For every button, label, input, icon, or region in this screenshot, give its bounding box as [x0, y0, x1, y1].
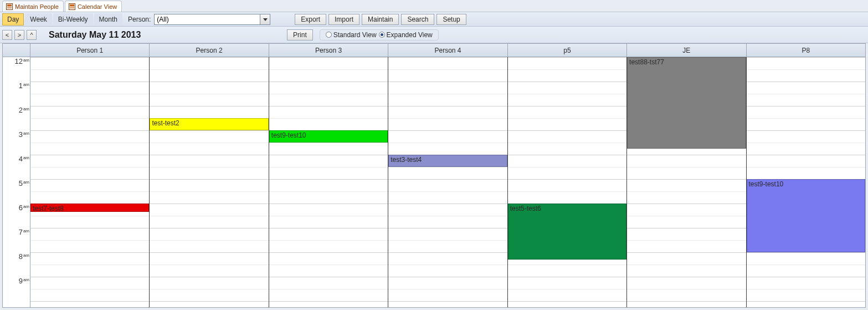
nav-next-button[interactable]: >	[14, 30, 24, 40]
hour-label: 1am	[3, 82, 30, 90]
time-gutter-header	[3, 44, 30, 57]
radio-icon	[326, 32, 332, 38]
calendar-event[interactable]: test5-test6	[508, 204, 626, 260]
grid-column[interactable]: test3-test4	[388, 57, 507, 307]
print-button[interactable]: Print	[287, 29, 313, 40]
hour-label: 2am	[3, 106, 30, 114]
subbar: < > ^ Saturday May 11 2013 Print Standar…	[0, 27, 868, 43]
svg-rect-1	[7, 4, 12, 6]
view-tab-month[interactable]: Month	[94, 13, 122, 26]
grid-columns: test7-test8test-test2test9-test10test3-t…	[30, 57, 865, 307]
search-button[interactable]: Search	[401, 14, 434, 25]
person-label: Person:	[128, 16, 151, 23]
grid-column[interactable]: test9-test10	[747, 57, 865, 307]
export-button[interactable]: Export	[295, 14, 326, 25]
person-combo[interactable]	[154, 14, 270, 25]
hour-label: 4am	[3, 155, 30, 163]
grid-column[interactable]: test5-test6	[508, 57, 627, 307]
hour-label: 9am	[3, 277, 30, 285]
grid-column[interactable]: test88-tst77	[627, 57, 746, 307]
maintain-button[interactable]: Maintain	[362, 14, 399, 25]
tab-maintain-people[interactable]: Maintain People	[2, 1, 64, 12]
column-header[interactable]: JE	[627, 44, 746, 57]
hour-label: 7am	[3, 228, 30, 236]
calendar-event[interactable]: test9-test10	[747, 179, 865, 252]
radio-label: Expanded View	[387, 31, 433, 39]
calendar-event[interactable]: test3-test4	[388, 155, 507, 167]
view-tab-biweekly[interactable]: Bi-Weekly	[53, 13, 93, 26]
svg-rect-7	[70, 8, 74, 8]
column-header[interactable]: Person 4	[388, 44, 507, 57]
setup-button[interactable]: Setup	[436, 14, 466, 25]
nav-prev-button[interactable]: <	[2, 30, 12, 40]
radio-icon	[379, 32, 385, 38]
nav-up-button[interactable]: ^	[27, 30, 37, 40]
hour-label: 3am	[3, 130, 30, 139]
import-button[interactable]: Import	[328, 14, 359, 25]
hour-label: 8am	[3, 252, 30, 261]
column-header[interactable]: Person 3	[269, 44, 388, 57]
tab-calendar-view[interactable]: Calendar View	[65, 1, 122, 12]
hour-label: 5am	[3, 179, 30, 187]
toolbar: Day Week Bi-Weekly Month Person: Export …	[0, 12, 868, 27]
column-header[interactable]: P8	[747, 44, 865, 57]
calendar-event[interactable]: test88-tst77	[627, 57, 746, 149]
radio-standard-view[interactable]: Standard View	[326, 31, 377, 39]
view-tab-week[interactable]: Week	[25, 13, 52, 26]
form-icon	[6, 3, 13, 10]
calendar: Person 1Person 2Person 3Person 4p5JEP8 1…	[2, 43, 866, 308]
calendar-event[interactable]: test7-test8	[30, 204, 149, 212]
calendar-event[interactable]: test9-test10	[269, 130, 388, 143]
person-input[interactable]	[155, 14, 260, 24]
svg-rect-5	[70, 4, 74, 6]
hour-label: 6am	[3, 204, 30, 212]
grid-column[interactable]: test9-test10	[269, 57, 388, 307]
column-headers: Person 1Person 2Person 3Person 4p5JEP8	[3, 44, 865, 57]
view-mode-group: Standard View Expanded View	[320, 29, 439, 40]
column-header[interactable]: Person 2	[150, 44, 269, 57]
time-gutter: 12am1am2am3am4am5am6am7am8am9am	[3, 57, 30, 307]
document-tabs: Maintain People Calendar View	[0, 0, 868, 12]
svg-rect-3	[7, 8, 12, 8]
calendar-grid[interactable]: 12am1am2am3am4am5am6am7am8am9am test7-te…	[3, 57, 865, 307]
view-tab-day[interactable]: Day	[2, 13, 24, 26]
hour-label: 12am	[3, 57, 30, 65]
svg-rect-2	[7, 7, 12, 7]
radio-label: Standard View	[333, 31, 377, 39]
radio-expanded-view[interactable]: Expanded View	[379, 31, 433, 39]
tab-label: Maintain People	[15, 3, 59, 10]
grid-column[interactable]: test7-test8	[30, 57, 150, 307]
svg-rect-6	[70, 7, 74, 7]
app-root: Maintain People Calendar View Day Week B…	[0, 0, 868, 310]
chevron-down-icon[interactable]	[260, 14, 270, 24]
tab-label: Calendar View	[78, 3, 117, 10]
column-header[interactable]: Person 1	[30, 44, 150, 57]
grid-column[interactable]: test-test2	[150, 57, 269, 307]
date-title: Saturday May 11 2013	[49, 30, 141, 40]
calendar-event[interactable]: test-test2	[150, 118, 268, 130]
column-header[interactable]: p5	[508, 44, 627, 57]
form-icon	[69, 3, 75, 10]
